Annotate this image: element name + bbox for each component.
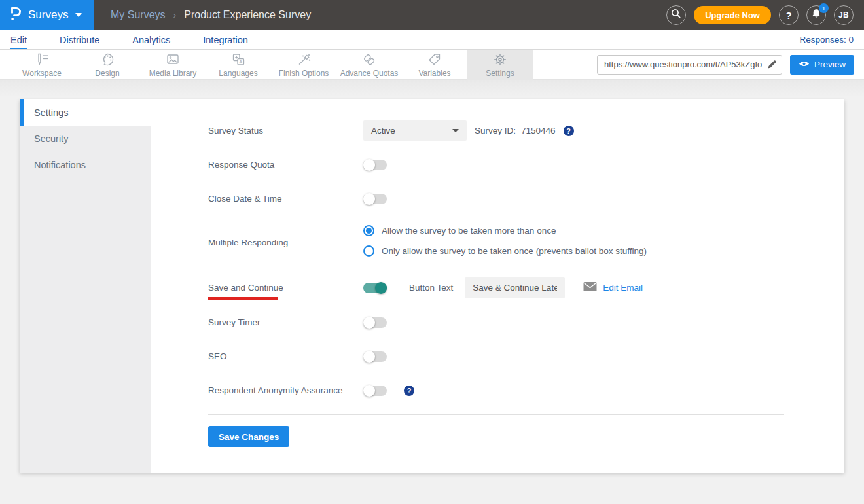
responses-count: Responses: 0 bbox=[799, 35, 854, 49]
toolbar-item-media-library[interactable]: Media Library bbox=[140, 50, 206, 80]
respondent-anonymity-help-icon[interactable]: ? bbox=[404, 386, 414, 396]
button-text-input[interactable] bbox=[465, 277, 565, 298]
sidebar-item-settings[interactable]: Settings bbox=[20, 99, 151, 126]
survey-id-value: 7150446 bbox=[521, 126, 556, 135]
preview-label: Preview bbox=[814, 60, 846, 69]
radio-option-label: Allow the survey to be taken more than o… bbox=[382, 226, 556, 236]
survey-status-label: Survey Status bbox=[208, 126, 363, 135]
save-and-continue-toggle[interactable] bbox=[363, 283, 387, 293]
toolbar-label: Workspace bbox=[22, 69, 62, 78]
help-button[interactable]: ? bbox=[779, 5, 799, 25]
toggle-knob bbox=[375, 282, 387, 294]
advance-quotas-icon bbox=[361, 51, 378, 68]
toolbar-item-languages[interactable]: A Languages bbox=[206, 50, 271, 80]
multiple-responding-label: Multiple Responding bbox=[208, 234, 363, 247]
chevron-down-icon bbox=[452, 129, 459, 132]
seo-row: SEO bbox=[208, 346, 844, 367]
survey-status-row: Survey Status Active Survey ID: 7150446 … bbox=[208, 120, 844, 141]
workspace-icon bbox=[33, 51, 50, 68]
user-avatar[interactable]: JB bbox=[834, 5, 854, 25]
tab-distribute[interactable]: Distribute bbox=[60, 35, 99, 49]
radio-selected-icon[interactable] bbox=[363, 225, 374, 236]
settings-icon bbox=[492, 51, 509, 68]
toolbar-item-advance-quotas[interactable]: Advance Quotas bbox=[336, 50, 402, 80]
toggle-knob bbox=[363, 317, 375, 329]
toolbar-item-variables[interactable]: Variables bbox=[402, 50, 467, 80]
toolbar-item-settings[interactable]: Settings bbox=[467, 50, 533, 80]
toolbar-label: Advance Quotas bbox=[340, 69, 399, 78]
svg-text:A: A bbox=[239, 59, 242, 65]
notifications-button[interactable]: 1 bbox=[806, 5, 826, 25]
breadcrumb-current-survey: Product Experience Survey bbox=[184, 9, 311, 21]
tab-integration[interactable]: Integration bbox=[203, 35, 248, 49]
toggle-knob bbox=[363, 193, 375, 205]
close-date-toggle[interactable] bbox=[363, 194, 387, 204]
survey-timer-row: Survey Timer bbox=[208, 312, 844, 333]
close-date-label: Close Date & Time bbox=[208, 194, 363, 204]
search-icon bbox=[670, 8, 682, 22]
toolbar-label: Finish Options bbox=[279, 69, 329, 78]
radio-option-multiple[interactable]: Allow the survey to be taken more than o… bbox=[363, 225, 647, 236]
settings-card: Settings Security Notifications Survey S… bbox=[20, 99, 844, 473]
toggle-knob bbox=[363, 385, 375, 397]
toolbar-label: Languages bbox=[219, 69, 257, 78]
sidebar-item-notifications[interactable]: Notifications bbox=[20, 152, 151, 178]
sidebar-item-security[interactable]: Security bbox=[20, 126, 151, 152]
preview-button[interactable]: Preview bbox=[790, 55, 854, 75]
survey-id-help-icon[interactable]: ? bbox=[564, 126, 574, 136]
survey-url-input[interactable] bbox=[597, 55, 782, 75]
radio-unselected-icon[interactable] bbox=[363, 245, 374, 257]
questionpro-logo-icon bbox=[9, 5, 22, 25]
survey-nav-tabs: Edit Distribute Analytics Integration Re… bbox=[0, 30, 864, 50]
edit-email-group: Edit Email bbox=[583, 281, 643, 295]
toolbar-label: Design bbox=[95, 69, 119, 78]
breadcrumb-separator: › bbox=[173, 10, 177, 20]
breadcrumb-my-surveys[interactable]: My Surveys bbox=[111, 9, 166, 21]
search-button[interactable] bbox=[666, 5, 686, 25]
form-divider bbox=[208, 414, 784, 415]
media-library-icon bbox=[164, 51, 181, 68]
survey-id-group: Survey ID: 7150446 ? bbox=[475, 126, 574, 136]
toolbar-item-design[interactable]: Design bbox=[75, 50, 140, 80]
product-switcher[interactable]: Surveys bbox=[0, 0, 94, 30]
edit-toolbar: Workspace Design Media Library bbox=[0, 50, 864, 80]
seo-label: SEO bbox=[208, 351, 363, 361]
toolbar-item-workspace[interactable]: Workspace bbox=[9, 50, 75, 80]
envelope-icon bbox=[583, 281, 597, 295]
edit-url-pencil-icon[interactable] bbox=[767, 60, 777, 72]
red-annotation-underline bbox=[208, 297, 278, 300]
response-quota-toggle[interactable] bbox=[363, 160, 387, 170]
header-actions: Upgrade Now ? 1 JB bbox=[666, 5, 864, 25]
save-changes-button[interactable]: Save Changes bbox=[208, 426, 289, 447]
question-mark-icon: ? bbox=[785, 10, 791, 21]
multiple-responding-row: Multiple Responding Allow the survey to … bbox=[208, 223, 844, 259]
survey-url-container bbox=[597, 55, 782, 75]
toolbar-label: Variables bbox=[418, 69, 450, 78]
respondent-anonymity-row: Respondent Anonymity Assurance ? bbox=[208, 380, 844, 401]
settings-sidebar: Settings Security Notifications bbox=[20, 99, 151, 473]
response-quota-label: Response Quota bbox=[208, 160, 363, 170]
radio-option-once[interactable]: Only allow the survey to be taken once (… bbox=[363, 245, 647, 257]
tab-edit[interactable]: Edit bbox=[10, 35, 27, 49]
toolbar-label: Media Library bbox=[149, 69, 197, 78]
save-and-continue-label-cell: Save and Continue bbox=[208, 283, 363, 293]
toggle-knob bbox=[363, 159, 375, 171]
toolbar-item-finish-options[interactable]: Finish Options bbox=[271, 50, 336, 80]
avatar-initials: JB bbox=[838, 10, 849, 20]
notification-count-badge: 1 bbox=[819, 3, 829, 13]
tab-analytics[interactable]: Analytics bbox=[132, 35, 170, 49]
product-name: Surveys bbox=[28, 9, 68, 22]
seo-toggle[interactable] bbox=[363, 351, 387, 362]
survey-status-select[interactable]: Active bbox=[363, 120, 467, 141]
toolbar-label: Settings bbox=[486, 69, 514, 78]
edit-email-link[interactable]: Edit Email bbox=[603, 283, 643, 293]
languages-icon: A bbox=[230, 51, 247, 68]
chevron-down-icon bbox=[75, 13, 82, 17]
respondent-anonymity-toggle[interactable] bbox=[363, 386, 387, 396]
radio-option-label: Only allow the survey to be taken once (… bbox=[382, 246, 647, 256]
survey-timer-toggle[interactable] bbox=[363, 317, 387, 328]
survey-id-label: Survey ID: bbox=[475, 126, 516, 135]
toggle-knob bbox=[363, 351, 375, 363]
design-icon bbox=[99, 51, 116, 68]
upgrade-now-button[interactable]: Upgrade Now bbox=[694, 6, 771, 24]
